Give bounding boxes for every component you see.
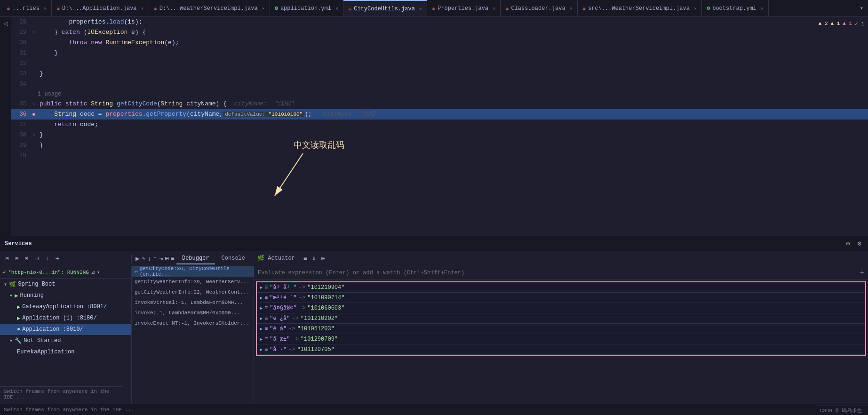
thread-row[interactable]: ✓ *http-nio-8...in": RUNNING ⊿ ▾ xyxy=(0,266,131,279)
stream-icon[interactable]: ≡ xyxy=(302,254,309,263)
expand-icon[interactable]: ▶ xyxy=(260,347,263,352)
frame-4[interactable]: invoke:-1, LambdaForm$MH/0x0000... xyxy=(132,308,254,318)
var-item-3[interactable]: ▶ ≡ "è ¿å" -> "101210202" xyxy=(257,313,865,324)
combined-toolbar: ⊟ ⊞ ⊡ ⊿ ↕ + ▶ ↷ ↓ ↑ ⇥ ⊞ ≡ Debugger Conso… xyxy=(0,251,868,266)
settings-icon[interactable]: ⚙ xyxy=(844,239,852,248)
debug-toolbar-frames[interactable]: ≡ xyxy=(171,255,175,263)
close-icon[interactable]: ✕ xyxy=(335,6,338,11)
frame-3[interactable]: invokeVirtual:-1, LambdaForm$DMH... xyxy=(132,297,254,308)
gear-icon[interactable]: ⚙ xyxy=(856,239,863,248)
not-started-group[interactable]: ▾ 🔧 Not Started xyxy=(0,335,131,346)
debug-toolbar-step-over[interactable]: ↷ xyxy=(141,255,145,263)
var-key-3: "è ¿å" xyxy=(270,315,290,322)
var-val-2: "101060603" xyxy=(307,305,344,311)
frame-0[interactable]: ↩ getCityCode:36, CityCodeUtils (cn.itc.… xyxy=(132,266,254,277)
code-line-31: 31 } xyxy=(11,48,868,58)
debug-toolbar-evaluate[interactable]: ⊞ xyxy=(165,255,168,263)
expand-icon[interactable]: ▶ xyxy=(260,336,263,342)
warning-count-2: ▲ 2 xyxy=(819,21,828,27)
var-val-4: "101051203" xyxy=(297,326,334,332)
expand-icon[interactable]: ▶ xyxy=(260,316,263,321)
more-icon[interactable]: ⊕ xyxy=(319,254,326,263)
debug-toolbar-step-out[interactable]: ↑ xyxy=(153,255,157,263)
app1-item[interactable]: ▶ Application (1) :8180/ xyxy=(0,312,131,324)
group-icon[interactable]: ⊡ xyxy=(23,255,30,263)
close-icon[interactable]: ✕ xyxy=(694,6,697,11)
add-icon[interactable]: + xyxy=(53,254,61,263)
frame-1[interactable]: getCityWeatherInfo:39, WeatherServ... xyxy=(132,277,254,287)
thread-dropdown[interactable]: ▾ xyxy=(97,269,100,275)
close-icon[interactable]: ✕ xyxy=(262,6,265,11)
tab-actuator[interactable]: 🌿 Actuator xyxy=(252,253,301,264)
tab-application-java[interactable]: ☕ D:\...Application.java ✕ xyxy=(52,0,149,17)
sidebar-icon-1[interactable]: ◁ xyxy=(3,19,8,28)
frame-2[interactable]: getCityWeatherInfo:22, WeatherCont... xyxy=(132,287,254,297)
tab-weatherserviceimpl2-java[interactable]: ☕ src\...WeatherServiceImpl.java ✕ xyxy=(578,0,702,17)
expand-icon[interactable]: ▶ xyxy=(260,326,263,332)
evaluate-expression-input[interactable] xyxy=(258,270,856,276)
services-header: Services ⚙ ⚙ xyxy=(0,236,868,251)
frame-2-label: getCityWeatherInfo:22, WeatherCont... xyxy=(135,289,249,295)
code-line-38: 38 ◇ } xyxy=(11,130,868,140)
collapse-all-icon[interactable]: ⊟ xyxy=(4,255,11,263)
var-item-1[interactable]: ▶ ≡ "æ²³é ´" -> "101090714" xyxy=(257,293,865,303)
usage-annotation: 1 usage xyxy=(11,89,868,99)
tab-console[interactable]: Console xyxy=(216,253,251,264)
frames-panel: ↩ getCityCode:36, CityCodeUtils (cn.itc.… xyxy=(132,266,254,404)
var-val-0: "101210904" xyxy=(307,284,344,291)
gateway-app-item[interactable]: ▶ GatewayApplication :8001/ xyxy=(0,301,131,312)
code-line-39: 39 } xyxy=(11,140,868,151)
close-icon[interactable]: ✕ xyxy=(44,6,47,11)
close-icon[interactable]: ✕ xyxy=(141,6,144,11)
close-icon[interactable]: ✕ xyxy=(570,6,573,11)
tab-bar: ☕ ...rties ✕ ☕ D:\...Application.java ✕ … xyxy=(0,0,868,17)
expand-icon[interactable]: ▶ xyxy=(260,295,263,301)
var-item-6[interactable]: ▶ ≡ "å ·" -> "101120705" xyxy=(257,344,865,355)
services-title: Services xyxy=(5,240,32,247)
tab-classloader-java[interactable]: ☕ ClassLoader.java ✕ xyxy=(501,0,577,17)
tab-citycodeutils-java[interactable]: ☕ CityCodeUtils.java ✕ xyxy=(343,0,427,17)
code-line-32: 32 xyxy=(11,58,868,69)
frame-0-label: getCityCode:36, CityCodeUtils (cn.itc... xyxy=(140,266,251,277)
var-item-4[interactable]: ▶ ≡ "è å" -> "101051203" xyxy=(257,324,865,334)
tab-weatherserviceimpl-java[interactable]: ☕ D:\...WeatherServiceImpl.java ✕ xyxy=(149,0,270,17)
frame-5[interactable]: invokeExact_MT:-1, Invokers$Holder... xyxy=(132,318,254,328)
tab-debugger[interactable]: Debugger xyxy=(176,253,215,264)
add-watch-button[interactable]: + xyxy=(860,269,864,277)
close-icon[interactable]: ✕ xyxy=(419,6,422,12)
arrow: -> xyxy=(288,346,295,353)
dump-icon[interactable]: ⬇ xyxy=(310,254,318,263)
debug-toolbar-run-to-cursor[interactable]: ⇥ xyxy=(159,255,163,263)
var-item-5[interactable]: ▶ ≡ "å æ±" -> "101290709" xyxy=(257,334,865,344)
debug-toolbar-step-into[interactable]: ↓ xyxy=(147,255,151,263)
var-key: ≡ xyxy=(264,284,268,291)
error-indicators: ▲ 2 ▲ 1 ▲ 1 ✓ 1 xyxy=(819,21,864,27)
running-group[interactable]: ▾ ▶ Running xyxy=(0,290,131,301)
tab-icon: ⚙ xyxy=(275,5,278,12)
more-tabs-button[interactable]: ▾ xyxy=(855,5,868,12)
expand-all-icon[interactable]: ⊞ xyxy=(14,255,21,263)
app2-item[interactable]: ● Application :8010/ xyxy=(0,324,131,335)
expand-icon[interactable]: ▶ xyxy=(260,285,263,290)
expand-icon[interactable]: ▶ xyxy=(260,305,263,311)
close-icon[interactable]: ✕ xyxy=(761,6,764,11)
code-editor[interactable]: ▲ 2 ▲ 1 ▲ 1 ✓ 1 28 properties.load(is); … xyxy=(11,17,868,236)
filter-btn[interactable]: ⊿ xyxy=(91,269,95,275)
collapse-icon: ▾ xyxy=(9,292,13,299)
tab-properties-java[interactable]: ☕ Properties.java ✕ xyxy=(427,0,501,17)
filter-icon[interactable]: ⊿ xyxy=(33,255,41,263)
close-icon[interactable]: ✕ xyxy=(493,6,495,11)
code-line-35: 35 ◇ public static String getCityCode(St… xyxy=(11,99,868,109)
var-item-2[interactable]: ▶ ≡ "å¤§å®¢" -> "101060603" xyxy=(257,303,865,313)
frame-3-label: invokeVirtual:-1, LambdaForm$DMH... xyxy=(135,300,243,305)
tab-bootstrap-yml[interactable]: ⚙ bootstrap.yml ✕ xyxy=(702,0,769,17)
spring-boot-group[interactable]: ▾ 🌿 Spring Boot xyxy=(0,279,131,290)
arrow: -> xyxy=(299,295,305,301)
tab-properties[interactable]: ☕ ...rties ✕ xyxy=(2,0,52,17)
sort-icon[interactable]: ↕ xyxy=(44,255,51,263)
tab-application-yml[interactable]: ⚙ application.yml ✕ xyxy=(270,0,343,17)
var-item-0[interactable]: ▶ ≡ "å¹ å¹ " -> "101210904" xyxy=(257,282,865,293)
debug-tabs-row: ▶ ↷ ↓ ↑ ⇥ ⊞ ≡ Debugger Console 🌿 Actuato… xyxy=(132,253,868,264)
eureka-app-item[interactable]: EurekaApplication xyxy=(0,346,131,358)
debug-toolbar-resume[interactable]: ▶ xyxy=(135,255,139,263)
